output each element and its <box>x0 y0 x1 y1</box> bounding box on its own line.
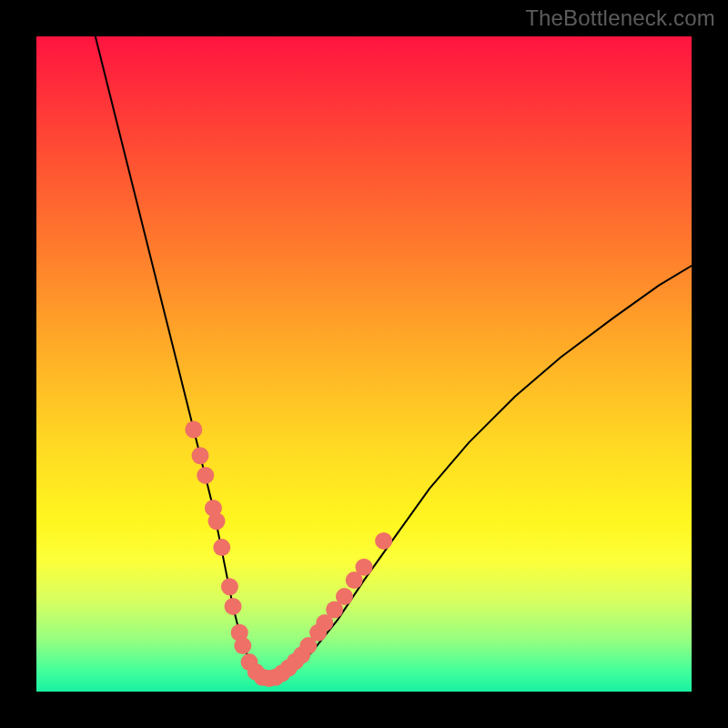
curve-svg <box>36 36 692 692</box>
data-marker <box>208 512 226 530</box>
data-marker <box>221 578 238 595</box>
plot-area <box>36 36 692 692</box>
chart-frame: TheBottleneck.com <box>0 0 728 728</box>
data-marker <box>213 539 230 556</box>
data-marker <box>192 447 209 464</box>
data-marker <box>234 637 251 654</box>
data-marker <box>336 588 353 605</box>
data-marker <box>225 598 242 615</box>
data-marker <box>185 421 202 439</box>
data-marker <box>197 467 214 484</box>
marker-group <box>185 421 392 688</box>
watermark-text: TheBottleneck.com <box>525 5 715 31</box>
data-marker <box>356 559 373 576</box>
bottleneck-curve <box>96 36 692 679</box>
data-marker <box>375 532 392 550</box>
